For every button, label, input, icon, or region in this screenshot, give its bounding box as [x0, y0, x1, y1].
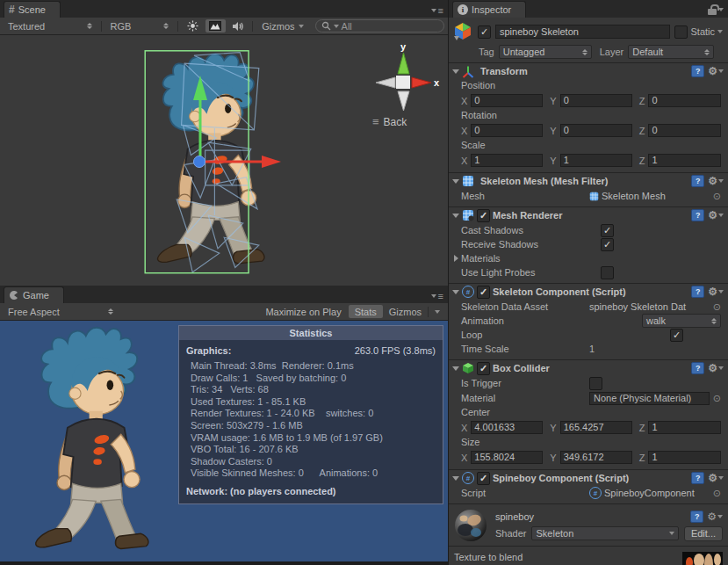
mesh-row: Mesh Skeleton Mesh ⊙ — [449, 189, 728, 203]
gear-icon[interactable]: ⚙ — [708, 472, 724, 484]
shader-dropdown[interactable]: Skeleton — [531, 526, 678, 540]
time-scale-value[interactable]: 1 — [589, 344, 595, 354]
object-picker-icon[interactable]: ⊙ — [713, 488, 721, 499]
scene-gizmos-dropdown[interactable]: Gizmos — [257, 21, 307, 32]
size-x-field[interactable]: 155.8024 — [471, 451, 543, 464]
cast-shadows-checkbox[interactable]: ✓ — [601, 224, 614, 237]
loop-checkbox[interactable]: ✓ — [670, 329, 683, 342]
size-y-field[interactable]: 349.6172 — [560, 451, 632, 464]
tab-game[interactable]: Game — [4, 286, 64, 303]
gear-icon[interactable]: ⚙ — [708, 209, 724, 221]
scene-search-input[interactable]: All — [315, 19, 444, 33]
layer-dropdown[interactable]: Default — [628, 45, 714, 59]
center-y-field[interactable]: 165.4257 — [560, 421, 632, 434]
chevron-down-icon — [669, 532, 674, 535]
foldout-icon[interactable] — [452, 69, 459, 74]
gear-icon[interactable]: ⚙ — [708, 65, 724, 77]
dropdown-arrows-icon — [711, 318, 717, 324]
shader-edit-button[interactable]: Edit... — [684, 526, 723, 541]
foldout-icon[interactable] — [452, 214, 459, 218]
center-z-field[interactable]: 1 — [648, 421, 721, 434]
scene-lighting-toggle[interactable] — [183, 19, 203, 33]
gameobject-name-field[interactable]: spineboy Skeleton — [495, 25, 670, 39]
help-icon[interactable]: ? — [691, 175, 704, 187]
render-mode-dropdown[interactable]: RGB — [105, 18, 173, 33]
stats-toggle[interactable]: Stats — [349, 305, 383, 318]
gear-icon[interactable]: ⚙ — [708, 286, 724, 298]
data-asset-field[interactable]: spineboy Skeleton Dat ⊙ — [589, 301, 721, 313]
time-scale-row: Time Scale 1 — [449, 342, 728, 356]
gear-icon[interactable]: ⚙ — [708, 175, 724, 187]
scene-effects-toggle[interactable] — [205, 19, 226, 33]
help-icon[interactable]: ? — [691, 472, 704, 484]
inspector-lock-area[interactable] — [708, 4, 728, 18]
help-icon[interactable]: ? — [691, 65, 704, 77]
statistics-overlay: Statistics Graphics: 263.0 FPS (3.8ms) M… — [178, 325, 443, 504]
game-pane-menu[interactable]: ≡ — [431, 292, 448, 303]
aspect-dropdown[interactable]: Free Aspect — [4, 304, 118, 319]
toolbar-separator — [177, 21, 178, 32]
static-toggle[interactable]: Static — [674, 25, 723, 39]
orientation-gizmo[interactable]: y x — [364, 40, 444, 114]
tab-scene[interactable]: # Scene — [4, 1, 61, 18]
view-orientation-button[interactable]: ≡ Back — [372, 116, 407, 128]
data-asset-label: Skeleton Data Asset — [461, 301, 589, 312]
game-viewport[interactable]: Statistics Graphics: 263.0 FPS (3.8ms) M… — [0, 321, 448, 565]
component-enabled-checkbox[interactable]: ✓ — [477, 209, 490, 222]
object-picker-icon[interactable]: ⊙ — [713, 393, 721, 404]
position-x-field[interactable]: 0 — [471, 94, 543, 107]
draw-mode-dropdown[interactable]: Textured — [4, 18, 97, 33]
scene-pane-menu[interactable]: ≡ — [431, 6, 448, 18]
rotation-z-field[interactable]: 0 — [648, 124, 721, 137]
search-value: All — [342, 21, 352, 32]
foldout-icon[interactable] — [452, 476, 459, 481]
position-y-field[interactable]: 0 — [560, 94, 632, 107]
component-enabled-checkbox[interactable]: ✓ — [477, 286, 490, 299]
foldout-icon[interactable] — [452, 290, 459, 294]
animation-dropdown[interactable]: walk — [642, 314, 721, 328]
scale-y-field[interactable]: 1 — [560, 154, 632, 167]
physic-material-field[interactable]: None (Physic Material) — [589, 392, 710, 405]
gear-icon[interactable]: ⚙ — [708, 362, 724, 374]
texture-atlas-thumbnail[interactable] — [682, 552, 723, 565]
script-field[interactable]: # SpineboyComponent ⊙ — [589, 487, 721, 499]
help-icon[interactable]: ? — [690, 511, 703, 523]
foldout-icon[interactable] — [452, 366, 459, 371]
component-mesh-renderer: ✓ Mesh Renderer ? ⚙ Cast Shadows ✓ Recei… — [449, 206, 728, 283]
object-picker-icon[interactable]: ⊙ — [713, 301, 721, 313]
is-trigger-checkbox[interactable]: ✓ — [589, 377, 602, 390]
tab-inspector[interactable]: i Inspector — [452, 1, 526, 18]
static-checkbox[interactable] — [674, 25, 688, 39]
game-gizmos-dropdown[interactable]: Gizmos — [385, 307, 444, 317]
light-probes-checkbox[interactable]: ✓ — [601, 266, 614, 279]
scale-z-field[interactable]: 1 — [648, 154, 721, 167]
size-z-field[interactable]: 1 — [648, 451, 721, 464]
gameobject-header: ✓ spineboy Skeleton Static — [449, 18, 728, 43]
help-icon[interactable]: ? — [691, 286, 704, 298]
position-z-field[interactable]: 0 — [648, 94, 721, 107]
help-icon[interactable]: ? — [691, 362, 704, 374]
center-x-field[interactable]: 4.001633 — [471, 421, 543, 434]
component-enabled-checkbox[interactable]: ✓ — [477, 472, 490, 485]
box-collider-icon — [462, 362, 474, 374]
component-title: Box Collider — [493, 363, 550, 373]
help-icon[interactable]: ? — [691, 209, 704, 221]
rotation-y-field[interactable]: 0 — [560, 124, 632, 137]
maximize-on-play-toggle[interactable]: Maximize on Play — [260, 305, 346, 318]
object-picker-icon[interactable]: ⊙ — [713, 191, 721, 202]
data-asset-value: spineboy Skeleton Dat — [589, 301, 686, 312]
mesh-object-field[interactable]: Skeleton Mesh ⊙ — [589, 191, 721, 202]
tag-dropdown[interactable]: Untagged — [499, 45, 592, 59]
scene-viewport[interactable]: y x ≡ Back — [0, 35, 448, 286]
scene-audio-toggle[interactable] — [227, 19, 248, 33]
materials-foldout[interactable]: Materials — [449, 251, 728, 265]
animation-row: Animation walk — [449, 314, 728, 328]
scale-x-field[interactable]: 1 — [471, 154, 543, 167]
axis-y-label: y — [400, 41, 407, 52]
component-enabled-checkbox[interactable]: ✓ — [477, 362, 490, 375]
rotation-x-field[interactable]: 0 — [471, 124, 543, 137]
foldout-icon[interactable] — [452, 179, 459, 184]
gear-icon[interactable]: ⚙ — [707, 511, 723, 523]
gameobject-enabled-checkbox[interactable]: ✓ — [478, 25, 491, 39]
receive-shadows-checkbox[interactable]: ✓ — [601, 238, 614, 251]
